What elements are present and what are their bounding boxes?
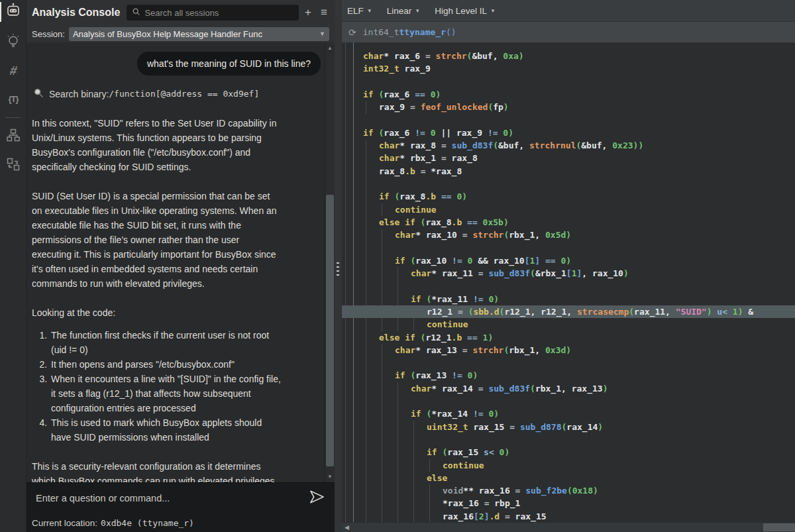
code-line[interactable]: if (rax_10 != 0 && rax_10[1] == 0) xyxy=(342,254,795,267)
sidebar-item-ideas[interactable] xyxy=(0,30,26,54)
answer-paragraph-2: SUID (Set User ID) is a special permissi… xyxy=(32,189,281,291)
linear-view-column: ELF ▼ Linear ▼ High Level IL ▼ ⟳ int64_t… xyxy=(342,0,795,532)
view-mode-dropdown[interactable]: Linear ▼ xyxy=(387,6,420,16)
hierarchy-icon xyxy=(5,127,21,146)
scroll-down-icon[interactable]: ▼ xyxy=(325,474,335,480)
session-dropdown[interactable]: Analysis of BusyBox Help Message Handler… xyxy=(69,27,329,41)
code-line[interactable]: char* rax_11 = sub_d83f(&rbx_1[1], rax_1… xyxy=(342,267,795,280)
answer-paragraph-3: This is a security-relevant configuratio… xyxy=(32,459,281,482)
send-icon[interactable] xyxy=(309,490,325,507)
app-window: # {T} xyxy=(0,0,795,532)
code-line[interactable]: continue xyxy=(342,203,795,216)
code-line[interactable]: char* rbx_1 = rax_8 xyxy=(342,152,795,164)
binary-type-dropdown[interactable]: ELF ▼ xyxy=(347,6,372,16)
scroll-left-icon[interactable]: ◀ xyxy=(342,523,352,532)
code-line[interactable] xyxy=(342,395,795,407)
code-line[interactable]: char* rax_10 = strchr(rbx_1, 0x5d) xyxy=(342,229,795,241)
refresh-icon[interactable]: ⟳ xyxy=(348,27,356,38)
types-icon: {T} xyxy=(8,94,18,104)
sidebar-icon-rail: # {T} xyxy=(0,0,26,532)
chat-messages[interactable]: what's the meaning of SUID in this line?… xyxy=(26,42,325,482)
code-line[interactable]: char* rax_8 = sub_d83f(&buf, strchrnul(&… xyxy=(342,139,795,152)
code-line[interactable]: else xyxy=(342,472,795,484)
scroll-up-icon[interactable]: ▲ xyxy=(325,45,335,51)
view-toolbar: ELF ▼ Linear ▼ High Level IL ▼ xyxy=(342,0,795,22)
code-line[interactable] xyxy=(342,356,795,369)
analysis-console-panel: Analysis Console Search all sessions + ≡… xyxy=(26,0,335,532)
search-placeholder: Search all sessions xyxy=(144,8,219,18)
code-line[interactable]: if (rax_8.b == 0) xyxy=(342,190,795,203)
answer-heading: Looking at the code: xyxy=(32,305,281,320)
magnifier-icon xyxy=(33,87,49,100)
chevron-down-icon: ▼ xyxy=(367,8,372,14)
code-line[interactable]: rax_16[2].d = rax_15 xyxy=(342,510,795,522)
code-line[interactable]: else if (r12_1.b == 1) xyxy=(342,331,795,344)
chat-scrollbar-thumb[interactable] xyxy=(326,195,334,466)
horizontal-scrollbar[interactable]: ◀ xyxy=(342,522,795,532)
code-line[interactable] xyxy=(342,178,795,190)
code-line[interactable] xyxy=(342,241,795,254)
horizontal-scrollbar-thumb[interactable] xyxy=(763,523,795,531)
binary-view-panel: ELF ▼ Linear ▼ High Level IL ▼ ⟳ int64_t… xyxy=(335,0,795,532)
sidebar-item-analysis-console[interactable] xyxy=(0,0,26,24)
sidebar-item-crossrefs[interactable] xyxy=(0,154,26,178)
code-line[interactable]: if (rax_13 != 0) xyxy=(342,369,795,382)
menu-button[interactable]: ≡ xyxy=(317,6,331,19)
code-line[interactable] xyxy=(342,76,795,88)
answer-list: The function first checks if the current… xyxy=(32,328,281,445)
code-line[interactable]: if (*rax_14 != 0) xyxy=(342,407,795,420)
il-level-dropdown[interactable]: High Level IL ▼ xyxy=(435,6,496,16)
code-line[interactable]: char* rax_6 = strchr(&buf, 0xa) xyxy=(342,50,795,62)
code-line[interactable]: continue xyxy=(342,318,795,331)
chat-transcript: what's the meaning of SUID in this line?… xyxy=(26,42,335,482)
chevron-down-icon: ▼ xyxy=(415,8,420,14)
code-line[interactable] xyxy=(342,433,795,446)
rail-divider xyxy=(5,117,21,118)
code-line[interactable]: int32_t rax_9 xyxy=(342,62,795,75)
session-label: Session: xyxy=(32,29,65,39)
chevron-down-icon: ▼ xyxy=(490,8,496,14)
function-return-type: int64_t xyxy=(363,27,399,37)
view-mode-label: Linear xyxy=(387,6,412,16)
sidebar-item-types[interactable]: {T} xyxy=(0,87,26,111)
code-line[interactable]: char* rax_13 = strchr(rbx_1, 0x3d) xyxy=(342,344,795,356)
chat-input[interactable]: Enter a question or command... xyxy=(36,493,309,504)
code-line[interactable]: void** rax_16 = sub_f2be(0x18) xyxy=(342,484,795,497)
lightbulb-icon xyxy=(5,33,21,52)
code-line[interactable]: if (rax_15 s< 0) xyxy=(342,446,795,458)
binary-type-label: ELF xyxy=(347,6,364,16)
code-line[interactable] xyxy=(342,113,795,126)
function-parens: () xyxy=(446,27,456,37)
code-line[interactable]: else if (rax_8.b == 0x5b) xyxy=(342,216,795,229)
code-line[interactable]: if (rax_6 == 0) xyxy=(342,88,795,101)
list-item: When it encounters a line with "[SUID]" … xyxy=(50,372,281,415)
sidebar-item-hierarchy[interactable] xyxy=(0,125,26,148)
code-line[interactable]: if (*rax_11 != 0) xyxy=(342,293,795,305)
sidebar-item-tags[interactable]: # xyxy=(0,59,26,83)
function-name[interactable]: ttyname_r xyxy=(399,27,446,37)
robot-icon xyxy=(5,2,22,22)
code-line[interactable]: if (rax_6 != 0 || rax_9 != 0) xyxy=(342,127,795,139)
chevron-down-icon: ▼ xyxy=(319,30,325,37)
code-line[interactable]: continue xyxy=(342,459,795,472)
code-lines[interactable]: char* rax_6 = strchr(&buf, 0xa)int32_t r… xyxy=(342,42,795,522)
code-line[interactable]: rax_8.b = *rax_8 xyxy=(342,165,795,178)
splitter-handle[interactable] xyxy=(337,262,339,277)
code-line[interactable] xyxy=(342,280,795,292)
list-item: It then opens and parses "/etc/busybox.c… xyxy=(50,357,281,372)
code-line[interactable]: uint32_t rax_15 = sub_d878(rax_14) xyxy=(342,421,795,433)
chat-scrollbar[interactable]: ▲ ▼ xyxy=(325,42,335,482)
search-sessions-input[interactable]: Search all sessions xyxy=(127,5,299,21)
list-item: The function first checks if the current… xyxy=(50,328,281,357)
new-session-button[interactable]: + xyxy=(301,6,315,19)
panel-splitter[interactable] xyxy=(335,0,342,532)
code-line[interactable]: char* rax_14 = sub_d83f(rbx_1, rax_13) xyxy=(342,382,795,395)
status-bar: Current location: 0xdb4e (ttyname_r) xyxy=(26,513,335,532)
console-header: Analysis Console Search all sessions + ≡ xyxy=(26,0,335,25)
code-line-highlighted[interactable]: r12_1 = (sbb.d(r12_1, r12_1, strcasecmp(… xyxy=(342,305,795,318)
hash-icon: # xyxy=(8,64,18,78)
hlil-code-view[interactable]: char* rax_6 = strchr(&buf, 0xa)int32_t r… xyxy=(342,42,795,522)
code-line[interactable]: *rax_16 = rbp_1 xyxy=(342,497,795,509)
tool-call-line: Search binary: /function[@address == 0xd… xyxy=(33,87,321,100)
code-line[interactable]: rax_9 = feof_unlocked(fp) xyxy=(342,101,795,113)
